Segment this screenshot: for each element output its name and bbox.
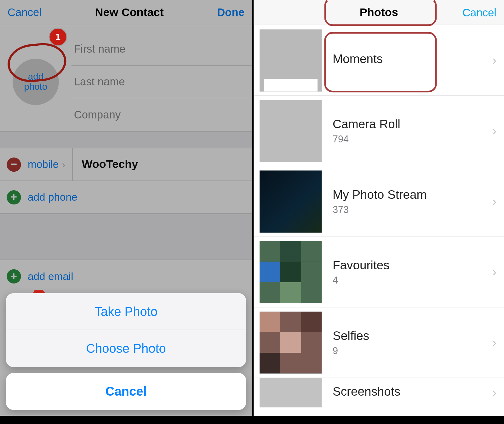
phone-type-picker[interactable]: mobile (28, 158, 59, 171)
chevron-right-icon: › (492, 124, 496, 138)
album-name: Selfies (333, 329, 492, 342)
section-gap (0, 131, 252, 148)
album-thumb (260, 100, 322, 162)
company-field[interactable]: Company (72, 98, 252, 131)
first-name-field[interactable]: First name (72, 33, 252, 66)
album-name: Screenshots (333, 385, 492, 398)
album-count: 9 (333, 345, 492, 356)
cancel-button[interactable]: Cancel (462, 0, 496, 25)
remove-phone-icon[interactable]: − (7, 157, 21, 171)
album-name: My Photo Stream (333, 187, 492, 201)
cancel-button[interactable]: Cancel (8, 6, 42, 19)
chevron-right-icon: › (492, 194, 496, 209)
album-thumb (260, 241, 322, 303)
album-count: 794 (333, 133, 492, 145)
photo-action-sheet: Take Photo Choose Photo Cancel (6, 293, 246, 410)
take-photo-option[interactable]: Take Photo (6, 293, 246, 330)
album-thumb (260, 29, 322, 91)
album-photo-stream[interactable]: My Photo Stream 373 › (254, 166, 504, 237)
done-button[interactable]: Done (217, 6, 244, 19)
section-gap (0, 214, 252, 260)
annotation-badge-1: 1 (49, 29, 66, 45)
phone-row[interactable]: − mobile › WooTechy (0, 148, 252, 181)
chevron-right-icon: › (62, 158, 66, 170)
add-phone-icon[interactable]: + (7, 190, 21, 204)
add-phone-label: add phone (28, 191, 77, 203)
album-thumb (260, 170, 322, 232)
annotation-highlight-photos (324, 0, 437, 26)
add-email-label: add email (28, 270, 73, 283)
add-photo-label-2: photo (24, 82, 47, 92)
chevron-right-icon: › (492, 335, 496, 350)
album-thumb (260, 378, 322, 407)
chevron-right-icon: › (492, 265, 496, 279)
page-title: New Contact (95, 6, 164, 19)
choose-photo-option[interactable]: Choose Photo (6, 330, 246, 367)
album-thumb (260, 312, 322, 374)
sheet-cancel-button[interactable]: Cancel (6, 373, 246, 410)
chevron-right-icon: › (492, 386, 496, 400)
add-email-icon[interactable]: + (7, 269, 21, 284)
album-name: Favourites (333, 258, 492, 272)
new-contact-screen: Cancel New Contact Done add photo First … (0, 0, 252, 416)
album-count: 373 (333, 204, 492, 215)
album-camera-roll[interactable]: Camera Roll 794 › (254, 96, 504, 166)
album-favourites[interactable]: Favourites 4 › (254, 237, 504, 307)
chevron-right-icon: › (492, 53, 496, 67)
add-phone-row[interactable]: + add phone (0, 181, 252, 214)
album-name: Camera Roll (333, 117, 492, 131)
annotation-highlight-moments (324, 32, 437, 92)
album-selfies[interactable]: Selfies 9 › (254, 307, 504, 378)
add-email-row[interactable]: + add email (0, 260, 252, 293)
album-screenshots[interactable]: Screenshots › (254, 378, 504, 407)
phone-value[interactable]: WooTechy (72, 148, 245, 181)
last-name-field[interactable]: Last name (72, 66, 252, 98)
navbar: Cancel New Contact Done (0, 0, 252, 25)
album-count: 4 (333, 274, 492, 286)
